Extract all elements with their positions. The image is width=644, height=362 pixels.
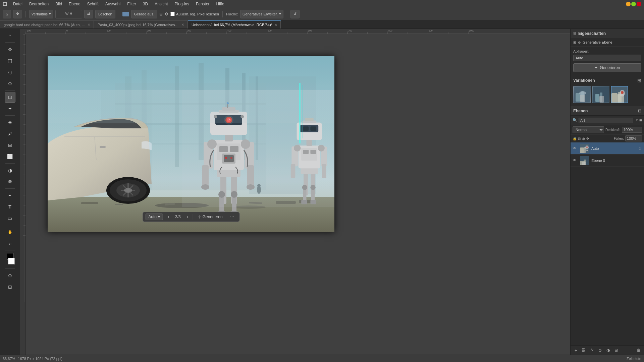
tool-hand[interactable]: ✋: [5, 227, 15, 237]
menu-filter[interactable]: Filter: [124, 1, 139, 7]
layer-ebene0[interactable]: 👁 Ebene 0: [571, 155, 644, 167]
menu-ebene[interactable]: Ebene: [66, 1, 83, 7]
home-toolbar-btn[interactable]: ⌂: [3, 10, 11, 18]
menu-datei[interactable]: Datei: [10, 1, 25, 7]
tool-screenmode[interactable]: ⊟: [5, 282, 15, 292]
opacity-input[interactable]: [622, 127, 642, 133]
adjustment-btn[interactable]: ◑: [605, 347, 611, 354]
size-inputs[interactable]: W H: [55, 10, 82, 18]
menu-plugins[interactable]: Plug-ins: [172, 1, 192, 7]
menu-auswahl[interactable]: Auswahl: [103, 1, 123, 7]
variations-grid-icon[interactable]: ⊞: [637, 78, 641, 83]
background-color[interactable]: [8, 258, 15, 264]
variation-2[interactable]: [592, 86, 609, 103]
tool-move[interactable]: ✥: [5, 44, 15, 55]
pixel-delete-label: Außerh. leg. Pixel löschen: [176, 12, 219, 16]
tool-select[interactable]: ⬚: [5, 55, 15, 66]
tool-zoom[interactable]: ⌕: [5, 238, 15, 249]
layers-collapse-icon[interactable]: ⊟: [638, 109, 641, 113]
layers-header: Ebenen ⊟: [571, 106, 644, 116]
layer-auto-eye[interactable]: 👁: [573, 146, 578, 151]
minimize-button[interactable]: [626, 2, 631, 6]
foreground-background-colors: [7, 253, 13, 267]
mask-btn[interactable]: ⊙: [597, 347, 603, 354]
tool-shape[interactable]: ▭: [5, 213, 15, 224]
ratio-dropdown[interactable]: Verhältnis ▾: [29, 10, 53, 18]
close-button[interactable]: [637, 2, 641, 6]
settings-icon-wrapper[interactable]: ⚙: [165, 12, 168, 16]
pixel-delete-checkbox[interactable]: [170, 12, 175, 16]
tool-text[interactable]: T: [5, 201, 15, 212]
query-input[interactable]: [573, 55, 641, 61]
window-controls: [626, 2, 641, 6]
generative-dropdown[interactable]: Generatives Erweiter. ▾: [240, 10, 283, 18]
layer-ebene0-eye[interactable]: 👁: [573, 158, 578, 163]
tool-quickmask[interactable]: ⊙: [5, 270, 15, 281]
tool-magic-wand[interactable]: ⊙: [5, 78, 15, 89]
tool-brush[interactable]: 🖌: [5, 128, 15, 139]
blend-mode-select[interactable]: Normal: [573, 126, 604, 133]
layers-options-icon[interactable]: ≡: [639, 118, 642, 123]
menu-bild[interactable]: Bild: [53, 1, 65, 7]
menu-bearbeiten[interactable]: Bearbeiten: [26, 1, 51, 7]
link-layers-btn[interactable]: ⛓: [581, 347, 587, 354]
delete-layer-btn[interactable]: 🗑: [635, 347, 642, 354]
tab-2[interactable]: Unbenannt-1 bei 66,7% (Märchenwald, RGB/…: [188, 20, 281, 28]
next-variation-btn[interactable]: ›: [184, 214, 191, 220]
variation-3[interactable]: [611, 86, 628, 103]
tabs-bar: google bard und chatgpt.psdc bei 66,7% (…: [0, 20, 644, 29]
checkbox-pixel-delete[interactable]: Außerh. leg. Pixel löschen: [170, 12, 219, 16]
text-tool-icon: T: [8, 204, 11, 209]
variation-1[interactable]: [573, 86, 591, 103]
app-icon[interactable]: ⊞: [3, 1, 7, 7]
layers-panel: Ebenen ⊟ 🔍 Art ▾ ≡ Normal Deckkraft:: [571, 106, 644, 355]
context-dropdown[interactable]: Auto ▾: [145, 214, 163, 220]
layers-search-input[interactable]: Art: [579, 118, 633, 123]
generate-ctx-btn[interactable]: ⊹ Generieren: [195, 214, 225, 220]
paint-icon: ◑: [582, 137, 585, 140]
more-options-btn[interactable]: ⋯: [227, 214, 237, 220]
grid-icon-wrapper[interactable]: ⊞: [159, 12, 163, 16]
tool-stamp[interactable]: ⊞: [5, 140, 15, 150]
menu-hilfe[interactable]: Hilfe: [214, 1, 227, 7]
menu-schrift[interactable]: Schrift: [85, 1, 101, 7]
menu-fenster[interactable]: Fenster: [193, 1, 212, 7]
tool-crop[interactable]: ⊡: [5, 92, 15, 103]
add-layer-btn[interactable]: +: [573, 347, 579, 354]
gen-layer-icon2: ⊙: [578, 41, 581, 44]
tool-eyedropper[interactable]: ✦: [5, 103, 15, 114]
tool-gradient[interactable]: ◑: [5, 165, 15, 176]
layer-auto[interactable]: 👁 Auto ⊙: [571, 142, 644, 155]
menu-ansicht[interactable]: Ansicht: [152, 1, 170, 7]
tab-0-close[interactable]: ✕: [88, 23, 90, 26]
canvas-row: Auto ▾ ‹ 3/3 › ⊹: [20, 34, 570, 355]
fx-btn[interactable]: fx: [589, 347, 595, 354]
straighten-btn[interactable]: Gerade aus.: [131, 10, 158, 18]
delete-btn[interactable]: Löschen: [95, 10, 115, 18]
tool-pen[interactable]: ✒: [5, 190, 15, 201]
swap-btn[interactable]: ⇄: [84, 10, 93, 18]
tool-blur[interactable]: ❁: [5, 176, 15, 187]
maximize-button[interactable]: [631, 2, 636, 6]
generate-button[interactable]: ✦ Generieren: [573, 63, 641, 72]
svg-rect-187: [582, 162, 586, 165]
reset-btn[interactable]: ↺: [290, 10, 300, 18]
layers-filter-icon[interactable]: ▾: [636, 118, 638, 122]
tool-eraser[interactable]: ⬜: [5, 151, 15, 162]
tool-lasso[interactable]: ◌: [5, 67, 15, 77]
tab-1[interactable]: Pasta_03_4000px.jpeg bei 16,7% (Generati…: [94, 20, 188, 28]
tab-0[interactable]: google bard und chatgpt.psdc bei 66,7% (…: [0, 20, 94, 28]
transparency-icon: ⊡: [578, 137, 581, 140]
fill-input[interactable]: [625, 135, 642, 141]
svg-point-166: [579, 91, 586, 95]
canvas-area[interactable]: Auto ▾ ‹ 3/3 › ⊹: [25, 34, 570, 355]
tab-2-close[interactable]: ✕: [274, 23, 277, 27]
tool-home[interactable]: ⌂: [5, 30, 15, 41]
prev-variation-btn[interactable]: ‹: [165, 214, 172, 220]
tool-heal[interactable]: ⊕: [5, 117, 15, 128]
timeline-label[interactable]: Zeitleiste: [627, 357, 641, 361]
folder-btn[interactable]: ⊟: [613, 347, 620, 354]
tab-1-close[interactable]: ✕: [181, 23, 184, 26]
move-toolbar-btn[interactable]: ✥: [13, 10, 22, 18]
menu-3d[interactable]: 3D: [140, 1, 151, 7]
